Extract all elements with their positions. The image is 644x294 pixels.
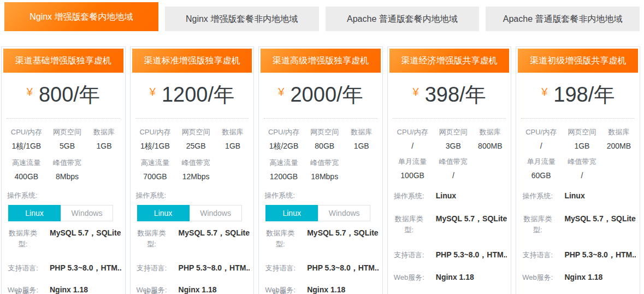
plan-price: ¥ 2000 /年 — [261, 73, 381, 118]
spec-traffic: 高速流量400GB — [7, 158, 46, 181]
row-languages: 支持语言:PHP 5.3~8.0，HTM... — [134, 263, 250, 274]
plan-title: 渠道初级增强版共享虚机 — [518, 49, 638, 73]
price-unit: /年 — [336, 81, 363, 109]
tab-nginx-enhanced-mainland[interactable]: Nginx 增强版套餐内地地域 — [4, 2, 158, 31]
spec-space: 网页空间25GB — [175, 127, 217, 151]
row-web-service: Web服务:Nginx 1.18 — [520, 272, 636, 283]
spec-database: 数据库1GB — [217, 127, 249, 151]
plan-cards: 渠道基础增强版独享虚机 ¥ 800 /年 CPU/内存1核/1GB 网页空间5G… — [0, 46, 644, 294]
row-db-type: 数据库类型:MySQL 5.7，SQLite — [263, 228, 379, 250]
row-db-type: 数据库类型:MySQL 5.7，SQLite — [134, 228, 250, 250]
os-toggle: Linux Windows — [137, 205, 242, 221]
plan-price: ¥ 398 /年 — [389, 73, 510, 118]
plan-title: 渠道标准增强版独享虚机 — [132, 49, 252, 73]
os-windows-button[interactable]: Windows — [190, 205, 242, 221]
plan-price: ¥ 1200 /年 — [132, 73, 252, 118]
spec-cpu: CPU/内存/ — [521, 127, 561, 150]
row-languages: 支持语言:PHP 5.3~8.0，HTM... — [392, 250, 507, 261]
price-unit: /年 — [73, 81, 100, 109]
spec-database: 数据库1GB — [88, 127, 120, 151]
os-toggle: Linux Windows — [8, 205, 113, 221]
spec-cpu: CPU/内存/ — [393, 127, 433, 150]
spec-bandwidth: 峰值带宽/ — [432, 157, 474, 180]
spec-row-1: CPU/内存/ 网页空间3GB 数据库800MB — [389, 119, 510, 150]
plan-title: 渠道基础增强版独享虚机 — [3, 49, 123, 73]
spec-traffic: 高速流量1200GB — [264, 158, 304, 181]
price-amount: 398 — [425, 83, 459, 107]
os-linux-button[interactable]: Linux — [8, 205, 61, 221]
spec-traffic: 单月流量60GB — [521, 157, 561, 180]
spec-row-2: 高速流量400GB 峰值带宽8Mbps — [3, 151, 123, 181]
plan-card-basic: 渠道基础增强版独享虚机 ¥ 800 /年 CPU/内存1核/1GB 网页空间5G… — [1, 46, 126, 294]
detail-rows: 操作系统:Linux 数据库类型:MySQL 5.7，SQLite 支持语言:P… — [518, 191, 638, 294]
price-unit: /年 — [588, 81, 615, 109]
spec-database: 数据库1GB — [346, 127, 377, 151]
row-languages: 支持语言:PHP 5.3~8.0，HTM... — [520, 250, 636, 261]
spec-row-1: CPU/内存1核/1GB 网页空间25GB 数据库1GB — [132, 119, 252, 151]
price-amount: 1200 — [162, 83, 208, 107]
plan-price: ¥ 198 /年 — [518, 73, 638, 118]
os-toggle: Linux Windows — [265, 205, 370, 221]
spec-bandwidth: 峰值带宽12Mbps — [175, 158, 217, 181]
plan-card-advanced: 渠道高级增强版独享虚机 ¥ 2000 /年 CPU/内存1核/2GB 网页空间8… — [258, 46, 383, 294]
os-label: 操作系统: — [264, 191, 381, 201]
plan-title: 渠道高级增强版独享虚机 — [261, 49, 381, 73]
spec-space: 网页空间80GB — [304, 127, 346, 151]
spec-space: 网页空间3GB — [432, 127, 474, 150]
currency-symbol: ¥ — [413, 86, 419, 98]
spec-bandwidth: 峰值带宽18Mbps — [304, 158, 346, 181]
spec-row-2: 高速流量1200GB 峰值带宽18Mbps — [261, 151, 381, 181]
currency-symbol: ¥ — [278, 86, 284, 98]
detail-rows: 数据库类型:MySQL 5.7，SQLite 支持语言:PHP 5.3~8.0，… — [132, 228, 252, 294]
spec-traffic: 单月流量100GB — [393, 157, 433, 180]
currency-symbol: ¥ — [541, 86, 547, 98]
os-windows-button[interactable]: Windows — [318, 205, 370, 221]
price-amount: 2000 — [290, 83, 336, 107]
spec-cpu: CPU/内存1核/1GB — [7, 127, 46, 151]
plan-card-entry: 渠道初级增强版共享虚机 ¥ 198 /年 CPU/内存/ 网页空间1GB 数据库… — [516, 46, 640, 294]
spec-bandwidth: 峰值带宽/ — [561, 157, 603, 180]
spec-space: 网页空间5GB — [46, 127, 88, 151]
os-linux-button[interactable]: Linux — [137, 205, 190, 221]
spec-row-2: 单月流量100GB 峰值带宽/ — [389, 150, 510, 180]
detail-rows: 数据库类型:MySQL 5.7，SQLite 支持语言:PHP 5.3~8.0，… — [3, 228, 123, 294]
price-amount: 800 — [39, 83, 73, 107]
row-os: 操作系统:Linux — [392, 191, 507, 202]
plan-card-economy: 渠道经济增强版共享虚机 ¥ 398 /年 CPU/内存/ 网页空间3GB 数据库… — [387, 46, 512, 294]
spec-database: 数据库800MB — [474, 127, 506, 150]
spec-cpu: CPU/内存1核/1GB — [135, 127, 175, 151]
spec-row-1: CPU/内存1核/1GB 网页空间5GB 数据库1GB — [3, 119, 123, 151]
row-web-service: Web服务:Nginx 1.18 — [392, 272, 507, 283]
spec-database: 数据库200MB — [603, 127, 635, 150]
row-languages: 支持语言:PHP 5.3~8.0，HTM... — [5, 263, 121, 274]
spec-row-1: CPU/内存1核/2GB 网页空间80GB 数据库1GB — [261, 119, 381, 151]
plan-tabs: Nginx 增强版套餐内地地域 Nginx 增强版套餐非内地地域 Apache … — [0, 0, 644, 31]
spec-cpu: CPU/内存1核/2GB — [264, 127, 304, 151]
detail-rows: 操作系统:Linux 数据库类型:MySQL 5.7，SQLite 支持语言:P… — [389, 191, 510, 294]
os-label: 操作系统: — [7, 191, 123, 201]
row-db-type: 数据库类型:MySQL 5.7，SQLite — [392, 214, 507, 236]
spec-row-2: 高速流量700GB 峰值带宽12Mbps — [132, 151, 252, 181]
price-unit: /年 — [459, 81, 486, 109]
row-db-type: 数据库类型:MySQL 5.7，SQLite — [520, 214, 636, 236]
row-db-type: 数据库类型:MySQL 5.7，SQLite — [5, 228, 121, 250]
os-label: 操作系统: — [136, 191, 252, 201]
spec-row-2: 单月流量60GB 峰值带宽/ — [518, 150, 638, 180]
os-windows-button[interactable]: Windows — [61, 205, 113, 221]
os-linux-button[interactable]: Linux — [265, 205, 318, 221]
tab-nginx-enhanced-non-mainland[interactable]: Nginx 增强版套餐非内地地域 — [165, 7, 319, 31]
price-amount: 198 — [553, 83, 588, 107]
row-languages: 支持语言:PHP 5.3~8.0，HTM... — [263, 263, 379, 274]
hosting-pricing-page: Nginx 增强版套餐内地地域 Nginx 增强版套餐非内地地域 Apache … — [0, 0, 644, 294]
plan-price: ¥ 800 /年 — [3, 73, 123, 118]
plan-card-standard: 渠道标准增强版独享虚机 ¥ 1200 /年 CPU/内存1核/1GB 网页空间2… — [130, 46, 255, 294]
spec-bandwidth: 峰值带宽8Mbps — [46, 158, 88, 181]
tab-apache-standard-non-mainland[interactable]: Apache 普通版套餐非内地地域 — [486, 7, 640, 31]
detail-rows: 数据库类型:MySQL 5.7，SQLite 支持语言:PHP 5.3~8.0，… — [261, 228, 381, 294]
spec-space: 网页空间1GB — [561, 127, 603, 150]
tab-apache-standard-mainland[interactable]: Apache 普通版套餐内地地域 — [326, 7, 480, 31]
currency-symbol: ¥ — [27, 86, 33, 98]
currency-symbol: ¥ — [150, 86, 156, 98]
plan-title: 渠道经济增强版共享虚机 — [389, 49, 510, 73]
spec-traffic: 高速流量700GB — [135, 158, 175, 181]
